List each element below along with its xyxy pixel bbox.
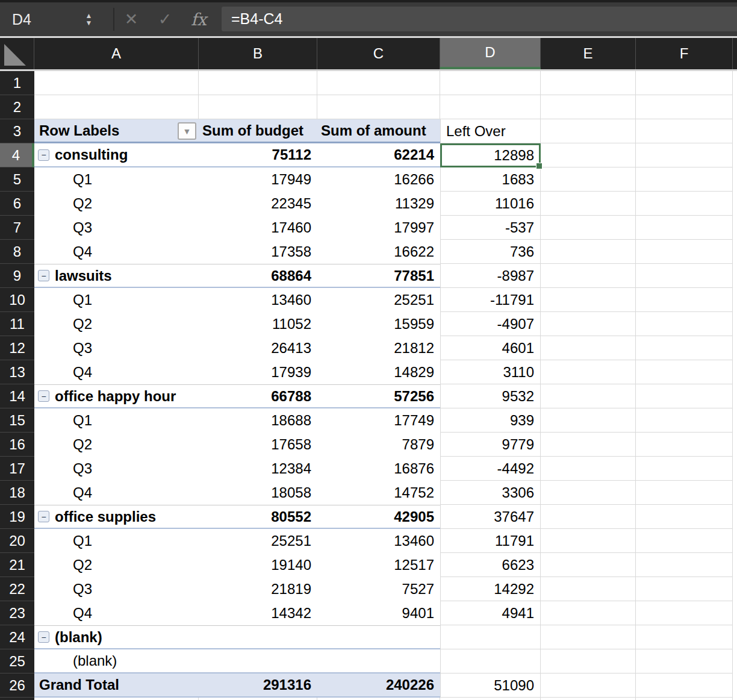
row-header-10[interactable]: 10	[0, 288, 34, 312]
cell-D5[interactable]: 1683	[440, 167, 541, 192]
cell-F2[interactable]	[636, 95, 733, 119]
cell-B4[interactable]: 75112	[199, 143, 317, 166]
row-header-12[interactable]: 12	[0, 336, 34, 360]
cell-G25[interactable]	[733, 649, 737, 673]
cell-E23[interactable]	[541, 601, 636, 625]
cell-A2[interactable]	[34, 95, 199, 119]
cell-C3[interactable]: Sum of amount	[317, 119, 440, 142]
cell-G10[interactable]	[733, 288, 737, 312]
column-header-E[interactable]: E	[541, 38, 636, 69]
cell-B1[interactable]	[199, 71, 317, 95]
row-header-15[interactable]: 15	[0, 408, 34, 433]
cell-B13[interactable]: 17939	[199, 360, 317, 384]
cell-A19[interactable]: −office supplies	[34, 505, 199, 528]
cell-F3[interactable]	[636, 119, 733, 143]
row-header-23[interactable]: 23	[0, 601, 34, 625]
cell-C5[interactable]: 16266	[317, 167, 440, 192]
cell-A18[interactable]: Q4	[34, 481, 199, 505]
cell-F25[interactable]	[636, 649, 733, 673]
cell-B25[interactable]	[199, 649, 317, 672]
cell-F26[interactable]	[636, 673, 733, 698]
cell-B2[interactable]	[199, 95, 317, 119]
spinner-up-icon[interactable]: ▲	[86, 13, 93, 19]
spinner-down-icon[interactable]: ▼	[86, 20, 93, 26]
cell-F7[interactable]	[636, 216, 733, 240]
cell-C14[interactable]: 57256	[317, 385, 440, 407]
cell-B9[interactable]: 68864	[199, 264, 317, 287]
row-header-25[interactable]: 25	[0, 649, 34, 673]
cell-D3[interactable]: Left Over	[440, 119, 541, 143]
cell-A25[interactable]: (blank)	[34, 649, 199, 672]
cell-A12[interactable]: Q3	[34, 336, 199, 360]
cell-G1[interactable]	[733, 71, 737, 95]
cell-E13[interactable]	[541, 360, 636, 384]
cell-G19[interactable]	[733, 505, 737, 529]
row-header-20[interactable]: 20	[0, 529, 34, 553]
cell-D14[interactable]: 9532	[440, 384, 541, 408]
cell-B6[interactable]: 22345	[199, 192, 317, 216]
cell-E17[interactable]	[541, 457, 636, 481]
cell-F6[interactable]	[636, 192, 733, 216]
cell-D19[interactable]: 37647	[440, 505, 541, 529]
row-header-9[interactable]: 9	[0, 264, 34, 288]
cell-B21[interactable]: 19140	[199, 553, 317, 577]
cell-D1[interactable]	[440, 71, 541, 95]
cell-D18[interactable]: 3306	[440, 481, 541, 505]
row-header-8[interactable]: 8	[0, 240, 34, 264]
cell-B8[interactable]: 17358	[199, 240, 317, 264]
cell-G11[interactable]	[733, 312, 737, 336]
cell-B16[interactable]: 17658	[199, 433, 317, 457]
cell-G6[interactable]	[733, 192, 737, 216]
cell-B19[interactable]: 80552	[199, 505, 317, 528]
fx-icon[interactable]: fx	[182, 10, 216, 30]
cell-F14[interactable]	[636, 384, 733, 408]
cell-F12[interactable]	[636, 336, 733, 360]
cell-D8[interactable]: 736	[440, 240, 541, 264]
cell-C18[interactable]: 14752	[317, 481, 440, 505]
cell-G14[interactable]	[733, 384, 737, 408]
cell-G15[interactable]	[733, 408, 737, 433]
cell-E25[interactable]	[541, 649, 636, 673]
cell-D24[interactable]	[440, 625, 541, 649]
collapse-button[interactable]: −	[38, 270, 49, 281]
cell-D20[interactable]: 11791	[440, 529, 541, 553]
cell-C16[interactable]: 7879	[317, 433, 440, 457]
cell-E12[interactable]	[541, 336, 636, 360]
cell-E8[interactable]	[541, 240, 636, 264]
cell-E5[interactable]	[541, 167, 636, 192]
row-header-4[interactable]: 4	[0, 143, 34, 167]
cancel-icon[interactable]: ✕	[114, 10, 148, 29]
cell-G26[interactable]	[733, 673, 737, 698]
cell-F4[interactable]	[636, 143, 733, 167]
cell-F1[interactable]	[636, 71, 733, 95]
cell-F15[interactable]	[636, 408, 733, 433]
row-header-13[interactable]: 13	[0, 360, 34, 384]
row-header-21[interactable]: 21	[0, 553, 34, 577]
cell-A21[interactable]: Q2	[34, 553, 199, 577]
filter-dropdown-button[interactable]: ▼	[178, 122, 196, 140]
cell-E21[interactable]	[541, 553, 636, 577]
cell-D17[interactable]: -4492	[440, 457, 541, 481]
cell-G4[interactable]	[733, 143, 737, 167]
cell-C2[interactable]	[317, 95, 440, 119]
cell-G7[interactable]	[733, 216, 737, 240]
row-header-2[interactable]: 2	[0, 95, 34, 119]
cell-F18[interactable]	[636, 481, 733, 505]
cell-E1[interactable]	[541, 71, 636, 95]
cell-A26[interactable]: Grand Total	[34, 673, 199, 696]
cell-E16[interactable]	[541, 433, 636, 457]
cell-G17[interactable]	[733, 457, 737, 481]
cell-F16[interactable]	[636, 433, 733, 457]
cell-F17[interactable]	[636, 457, 733, 481]
cell-G2[interactable]	[733, 95, 737, 119]
cell-G13[interactable]	[733, 360, 737, 384]
cell-A9[interactable]: −lawsuits	[34, 264, 199, 287]
column-header-B[interactable]: B	[199, 38, 317, 69]
selected-cell-D4[interactable]: 12898	[440, 143, 541, 167]
cell-C7[interactable]: 17997	[317, 216, 440, 240]
cell-C20[interactable]: 13460	[317, 529, 440, 553]
row-header-11[interactable]: 11	[0, 312, 34, 336]
cell-B23[interactable]: 14342	[199, 601, 317, 625]
cell-E2[interactable]	[541, 95, 636, 119]
cell-B3[interactable]: Sum of budget	[199, 119, 317, 142]
